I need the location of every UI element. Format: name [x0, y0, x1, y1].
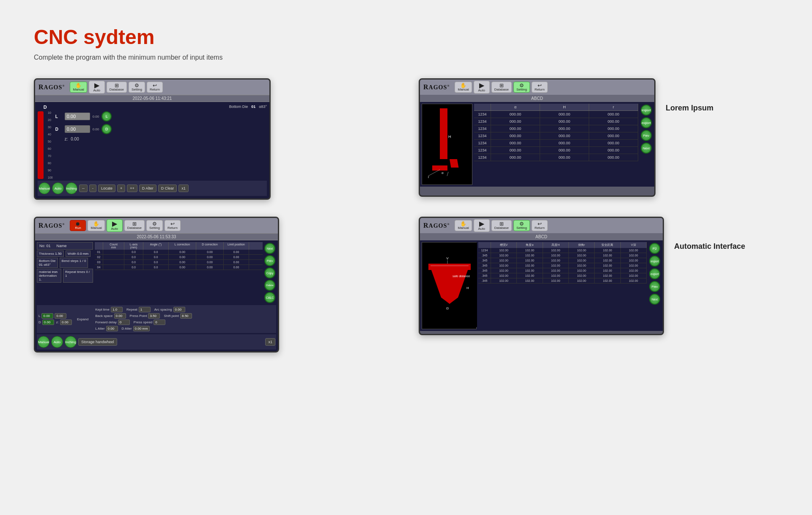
screen2-title: ABCD	[420, 95, 654, 102]
screen1-z-row: z: 0.00	[65, 137, 267, 141]
screen4-import-btn[interactable]: import	[649, 256, 660, 267]
screen1-l-input[interactable]: 0.00	[65, 113, 90, 120]
table-row: 020.00.00.000.000.00	[95, 255, 263, 260]
screen3-backspace-val: 0.00	[114, 313, 126, 319]
screen1-die-angle: α83°	[259, 105, 267, 109]
screen4-table-header: 槽宽V 角度α 高度H 倒角r 安全距离 V深	[478, 242, 647, 248]
screen3-prev-btn[interactable]: Prev	[264, 255, 275, 266]
screen1-info-row: Bottom Die 01 α83°	[55, 105, 267, 109]
page-title: CNC sydtem	[34, 25, 778, 49]
screen3-calc-btn[interactable]: CALC	[264, 292, 275, 303]
screen3-x1-btn[interactable]: x1	[265, 338, 275, 346]
screen3-l-alter-val: 0.00	[106, 326, 118, 331]
screen1-gauge-scale: 10 20 30 40 50 60 70 80 90 100	[48, 111, 53, 179]
screen3-btn-run[interactable]: ⏺ Run	[70, 220, 86, 231]
table-row: .345102.00102.00102.00102.00102.00102.00	[478, 258, 647, 263]
screen3-storage-btn[interactable]: Storage handwheel	[78, 338, 117, 346]
screen1-plus-btn[interactable]: +	[117, 185, 125, 192]
screen1-btn-auto[interactable]: ▶ Auto	[89, 81, 105, 94]
screen4-p2-btn[interactable]: P2	[649, 243, 660, 254]
screen4-previous-btn[interactable]: Prev	[649, 281, 660, 292]
screen1-btn-database[interactable]: ⊞ Database	[107, 82, 127, 93]
screen3-press-speed-lbl: Press speed	[134, 320, 152, 324]
screen1-x1-btn[interactable]: x1	[178, 185, 189, 192]
svg-text:H: H	[466, 286, 469, 290]
screen1: RAGOS® ✋ Manual ▶ Auto ⊞ Database ⚙ Sett…	[34, 78, 271, 200]
table-row: 1234000.00000.00000.00	[474, 132, 638, 140]
screen1-manual-btn[interactable]: Manual	[38, 182, 50, 194]
table-row: 1234000.00000.00000.00	[474, 154, 638, 161]
screen3-manual-btn[interactable]: Manual	[38, 336, 49, 348]
page-subtitle: Complete the program with the minimum nu…	[34, 54, 778, 61]
screen1-datetime: 2022-05-06 11:43:21	[35, 95, 269, 102]
screen3-auto-btn[interactable]: Auto	[51, 336, 63, 348]
screen3-l-val: 0.00	[41, 313, 53, 319]
screen2-table-area: α H r 1234000.00000.00000.00 1234000.000…	[474, 104, 638, 185]
screen3-wrapper: RAGOS® ⏺ Run ✋ Manual ▶ Auto ⊞ Database	[34, 217, 393, 353]
screen3-copy-btn[interactable]: Copy	[264, 267, 275, 278]
screen2-next-btn[interactable]: Next	[641, 143, 652, 154]
screen1-btn-manual[interactable]: ✋ Manual	[70, 82, 87, 93]
svg-text:Ω: Ω	[446, 306, 449, 310]
screen1-logo: RAGOS®	[38, 83, 65, 91]
screen2-btn-database[interactable]: ⊞ Database	[491, 82, 512, 93]
screen1-wrapper: RAGOS® ✋ Manual ▶ Auto ⊞ Database ⚙ Sett…	[34, 78, 393, 200]
screen2-label: Lorem Ipsum	[666, 104, 725, 113]
screen3-d-alter-val: 0.00 mm	[133, 326, 150, 331]
screen3-delete-btn[interactable]: Delete	[264, 280, 275, 291]
screen3-btn-setting[interactable]: ⚙ Setting	[146, 220, 163, 231]
table-row: 030.00.00.000.000.00	[95, 260, 263, 265]
screen2-th-r: r	[589, 104, 638, 110]
screen3-btn-manual[interactable]: ✋ Manual	[88, 220, 104, 231]
screen3-backspace-lbl: Back space	[95, 314, 112, 318]
screen1-inching-btn[interactable]: Inching	[66, 182, 77, 194]
screen4-btn-auto[interactable]: ▶ Auto	[474, 219, 490, 232]
screen4-table-area: 槽宽V 角度α 高度H 倒角r 安全距离 V深 1234102.00102.00…	[478, 242, 647, 329]
screen1-auto-btn[interactable]: Auto	[52, 182, 64, 194]
screen2-import-btn[interactable]: import	[641, 105, 652, 116]
screen2-shape-preview: H α r	[422, 104, 472, 185]
screen3-shift-point-lbl: Shift point	[164, 314, 179, 318]
screen2-btn-setting[interactable]: ⚙ Setting	[513, 82, 530, 93]
screen3-inching-btn[interactable]: Inching	[65, 336, 77, 348]
screen1-plus-plus-btn[interactable]: ++	[127, 185, 137, 192]
screen1-d-btn[interactable]: D	[102, 124, 112, 134]
screen1-d-input[interactable]: 0.00	[65, 125, 90, 133]
screen3-bottom-die: Bottom Die 01 α83°	[37, 258, 58, 268]
screen3-btn-database[interactable]: ⊞ Database	[124, 220, 145, 231]
screen1-btn-setting[interactable]: ⚙ Setting	[129, 82, 145, 93]
screen3-name: Name	[57, 244, 67, 248]
screen4-btn-setting[interactable]: ⚙ Setting	[513, 220, 530, 231]
screen1-l-btn[interactable]: L	[102, 111, 112, 121]
screen4-btn-return[interactable]: ↩ Return	[532, 220, 548, 231]
screen1-locate-btn[interactable]: Locate	[98, 185, 115, 192]
svg-line-6	[428, 170, 440, 176]
screen1-red-gauge	[38, 111, 44, 179]
screen2-btn-return[interactable]: ↩ Return	[532, 82, 548, 93]
screen3-fwd-delay-val: 0	[118, 319, 130, 325]
screen2-btn-manual[interactable]: ✋ Manual	[455, 82, 472, 93]
screen1-btn-return[interactable]: ↩ Return	[147, 82, 163, 93]
screen2-th-alpha: α	[491, 104, 540, 110]
screen2-export-btn[interactable]: export	[641, 117, 652, 128]
svg-text:α: α	[442, 171, 444, 175]
screen1-d-clear-btn[interactable]: D Clear	[158, 185, 177, 192]
screen4-btn-manual[interactable]: ✋ Manual	[455, 220, 472, 231]
screen4: RAGOS® ✋ Manual ▶ Auto ⊞ Database ⚙ Sett…	[419, 217, 664, 335]
screen4-export-btn[interactable]: export	[649, 268, 660, 279]
screen2-btn-auto[interactable]: ▶ Auto	[474, 81, 490, 94]
screen2-wrapper: RAGOS® ✋ Manual ▶ Auto ⊞ Database ⚙ Sett…	[419, 78, 778, 200]
screen2-previous-btn[interactable]: Prev	[641, 130, 652, 141]
screen3-press-speed-val: 0	[154, 319, 165, 325]
screen1-minus-minus-btn[interactable]: --	[79, 185, 88, 192]
screen1-d-alter-btn[interactable]: D Alter	[139, 185, 156, 192]
screen3-btn-auto[interactable]: ▶ Auto	[107, 219, 123, 232]
screen1-minus-btn[interactable]: -	[89, 185, 96, 192]
table-row: 040.00.00.000.000.00	[95, 265, 263, 270]
screen4-btn-database[interactable]: ⊞ Database	[491, 220, 512, 231]
screen3-next-btn[interactable]: Next	[264, 243, 275, 254]
table-row: .345102.00102.00102.00102.00102.00102.00	[478, 278, 647, 284]
screen4-next-btn[interactable]: Next	[649, 294, 660, 305]
screen4-title: ABCD	[420, 233, 663, 240]
screen3-btn-return[interactable]: ↩ Return	[165, 220, 181, 231]
